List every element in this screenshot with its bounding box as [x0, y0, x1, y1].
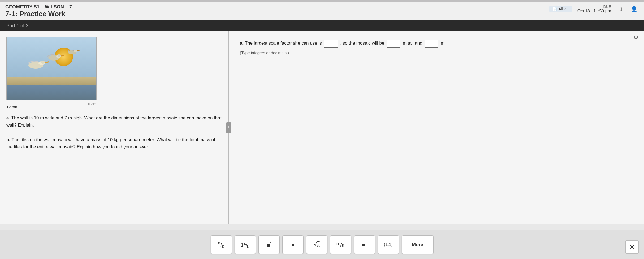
part-a-label: a.: [6, 115, 10, 120]
close-button[interactable]: ✕: [625, 240, 639, 254]
scale-factor-input[interactable]: [324, 40, 338, 48]
shore-bg: [7, 77, 96, 85]
height-input[interactable]: [387, 40, 400, 48]
question-text: a. The wall is 10 m wide and 7 m high. W…: [6, 114, 222, 150]
assignment-name: 7-1: Practice Work: [5, 10, 72, 18]
left-panel: 10 cm 12 cm a. The wall is 10 m wide and…: [0, 31, 228, 224]
main-content: ⚙: [0, 31, 644, 224]
part-a-text: The wall is 10 m wide and 7 m high. What…: [6, 115, 221, 128]
header-right: 📄 All P... DUE Oct 18 · 11:59 pm ℹ 👤: [549, 4, 639, 14]
due-date: Oct 18 · 11:59 pm: [577, 9, 611, 14]
question-part-a: a. The wall is 10 m wide and 7 m high. W…: [6, 114, 222, 129]
wide-label: m: [441, 41, 444, 46]
decimal-button[interactable]: ■.: [354, 235, 375, 254]
fraction-button[interactable]: a/b: [211, 235, 232, 254]
right-panel: a. The largest scale factor she can use …: [229, 31, 644, 224]
answer-part-a: a. The largest scale factor she can use …: [240, 39, 633, 48]
mosaic-image-container: 10 cm: [6, 37, 97, 100]
user-button[interactable]: 👤: [629, 4, 639, 14]
absolute-value-button[interactable]: |■|: [282, 235, 304, 254]
fraction-icon: a/b: [218, 240, 224, 249]
superscript-button[interactable]: ■′: [258, 235, 280, 254]
answer-section: a. The largest scale factor she can use …: [240, 39, 633, 56]
mixed-number-button[interactable]: 1a/b: [235, 235, 256, 254]
svg-point-5: [58, 54, 61, 57]
part-indicator: Part 1 of 2: [6, 23, 28, 28]
assignment-tab[interactable]: 📄 All P...: [549, 6, 572, 12]
nth-root-button[interactable]: n√a: [330, 235, 351, 254]
settings-icon[interactable]: ⚙: [633, 34, 639, 41]
sqrt-icon: √a: [314, 242, 319, 248]
nth-root-icon: n√a: [336, 241, 345, 248]
answer-prefix: The largest scale factor she can use is: [245, 41, 322, 46]
due-label: DUE: [577, 5, 611, 9]
image-height-label: 12 cm: [6, 105, 222, 109]
tab-label: All P...: [559, 7, 569, 11]
course-name: GEOMETRY S1 – WILSON – 7: [5, 4, 72, 10]
bottom-toolbar: a/b 1a/b ■′ |■| √a n√a ■. (1,1) More ✕: [0, 230, 644, 259]
user-icon: 👤: [631, 6, 637, 12]
part-b-label: b.: [6, 137, 10, 142]
tall-label: m tall and: [403, 41, 422, 46]
header-left: GEOMETRY S1 – WILSON – 7 7-1: Practice W…: [5, 4, 72, 18]
answer-middle: , so the mosaic will be: [340, 41, 384, 46]
superscript-icon: ■′: [267, 241, 271, 248]
header-icons: ℹ 👤: [616, 4, 639, 14]
divider-handle[interactable]: ⋮: [226, 122, 231, 133]
question-part-b: b. The tiles on the wall mosaic will hav…: [6, 136, 222, 150]
more-label: More: [412, 242, 423, 248]
absolute-value-icon: |■|: [290, 242, 295, 248]
tab-icon: 📄: [552, 7, 557, 11]
answer-note: (Type integers or decimals.): [240, 49, 633, 56]
bird-2: [44, 51, 64, 64]
answer-label: a.: [240, 41, 244, 46]
image-width-label: 10 cm: [86, 102, 97, 106]
ordered-pair-button[interactable]: (1,1): [378, 235, 399, 254]
bird-3: [65, 48, 80, 57]
top-bar: [0, 0, 644, 2]
decimal-icon: ■.: [362, 242, 367, 248]
width-input[interactable]: [425, 40, 438, 48]
mixed-number-icon: 1a/b: [241, 241, 249, 249]
more-button[interactable]: More: [402, 235, 434, 254]
header: GEOMETRY S1 – WILSON – 7 7-1: Practice W…: [0, 2, 644, 20]
part-b-text: The tiles on the wall mosaic will have a…: [6, 137, 215, 149]
part-bar: Part 1 of 2: [0, 20, 644, 31]
panel-divider[interactable]: ⋮: [228, 31, 229, 224]
ordered-pair-icon: (1,1): [384, 242, 393, 247]
svg-point-7: [74, 50, 77, 52]
mosaic-image: [6, 37, 97, 100]
due-info: DUE Oct 18 · 11:59 pm: [577, 5, 611, 14]
info-button[interactable]: ℹ: [616, 4, 626, 14]
sqrt-button[interactable]: √a: [306, 235, 327, 254]
